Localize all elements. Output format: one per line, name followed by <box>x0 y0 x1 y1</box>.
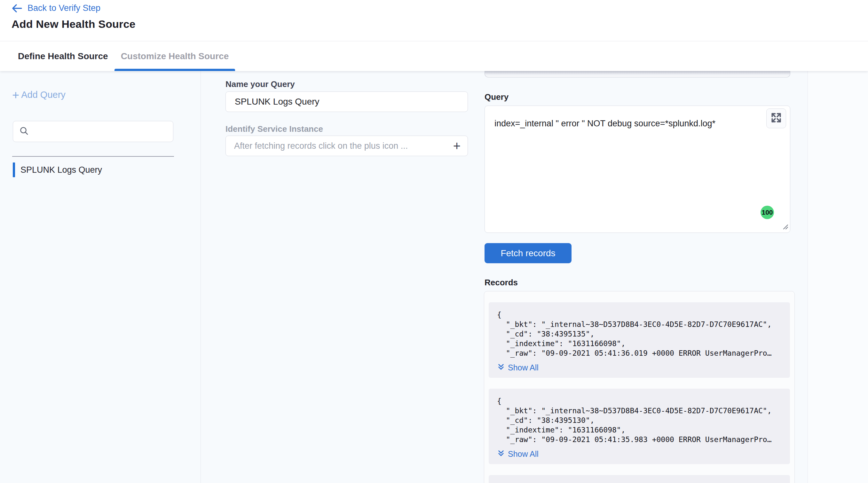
record-item-partial <box>489 475 790 483</box>
record-json-line: "_cd": "38:4395130", <box>497 416 782 425</box>
show-all-link[interactable]: Show All <box>497 449 782 459</box>
query-search-box <box>13 121 173 142</box>
query-text: index=_internal " error " NOT debug sour… <box>494 119 715 129</box>
service-instance-field: + <box>225 135 468 156</box>
record-count-badge: 100 <box>761 206 774 219</box>
clipped-scrolled-field[interactable] <box>485 71 790 78</box>
active-tab-indicator <box>115 69 236 71</box>
plus-icon: + <box>12 90 19 100</box>
query-name-input[interactable]: SPLUNK Logs Query <box>225 91 468 112</box>
back-link[interactable]: Back to Verify Step <box>11 3 100 13</box>
name-query-label: Name your Query <box>225 79 295 89</box>
right-side-panel <box>808 71 868 483</box>
page-header: Back to Verify Step Add New Health Sourc… <box>0 0 868 41</box>
query-item-label: SPLUNK Logs Query <box>21 165 102 175</box>
expand-query-button[interactable] <box>766 109 786 128</box>
search-input[interactable] <box>33 127 170 137</box>
selected-indicator-bar <box>13 162 15 177</box>
query-label: Query <box>485 92 508 102</box>
record-item: { "_bkt": "_internal~38~D537D8B4-3EC0-4D… <box>489 302 790 378</box>
tab-customize-health-source[interactable]: Customize Health Source <box>115 41 236 71</box>
record-item: { "_bkt": "_internal~38~D537D8B4-3EC0-4D… <box>489 389 790 464</box>
sidebar-divider <box>12 156 174 157</box>
record-json-line: "_indextime": "1631166098", <box>497 339 782 348</box>
query-editor[interactable]: index=_internal " error " NOT debug sour… <box>485 105 790 233</box>
double-chevron-down-icon <box>497 363 505 372</box>
resize-handle[interactable] <box>782 223 789 231</box>
record-json-line: "_raw": "09-09-2021 05:41:36.019 +0000 E… <box>497 348 782 358</box>
tab-bar: Define Health Source Customize Health So… <box>0 41 868 71</box>
service-instance-input[interactable] <box>226 141 446 151</box>
show-all-link[interactable]: Show All <box>497 362 782 373</box>
add-query-button[interactable]: + Add Query <box>12 90 66 100</box>
record-json-line: "_indextime": "1631166098", <box>497 425 782 435</box>
back-link-label: Back to Verify Step <box>28 3 100 13</box>
records-panel: { "_bkt": "_internal~38~D537D8B4-3EC0-4D… <box>484 291 795 483</box>
records-label: Records <box>485 278 518 288</box>
search-icon <box>19 126 29 137</box>
record-json-line: { <box>497 396 782 406</box>
page-title: Add New Health Source <box>11 18 135 30</box>
content-area: + Add Query SPLUNK Logs Query Name your … <box>0 71 868 483</box>
tab-define-health-source[interactable]: Define Health Source <box>11 41 115 71</box>
record-json-line: "_raw": "09-09-2021 05:41:35.983 +0000 E… <box>497 435 782 444</box>
fetch-records-button[interactable]: Fetch records <box>485 243 571 263</box>
record-json-line: "_bkt": "_internal~38~D537D8B4-3EC0-4D5E… <box>497 320 782 329</box>
add-service-instance-plus-icon[interactable]: + <box>446 140 468 152</box>
show-all-label: Show All <box>508 363 538 372</box>
show-all-label: Show All <box>508 449 538 459</box>
record-json-line: "_bkt": "_internal~38~D537D8B4-3EC0-4D5E… <box>497 406 782 416</box>
service-instance-label: Identify Service Instance <box>225 124 323 134</box>
back-arrow-icon <box>11 4 22 13</box>
add-query-label: Add Query <box>21 90 66 100</box>
sidebar-item-splunk-logs-query[interactable]: SPLUNK Logs Query <box>13 162 102 177</box>
query-sidebar: + Add Query SPLUNK Logs Query <box>0 71 201 483</box>
record-json-line: "_cd": "38:4395135", <box>497 329 782 339</box>
expand-icon <box>771 112 782 125</box>
double-chevron-down-icon <box>497 449 505 459</box>
record-json-line: { <box>497 310 782 320</box>
